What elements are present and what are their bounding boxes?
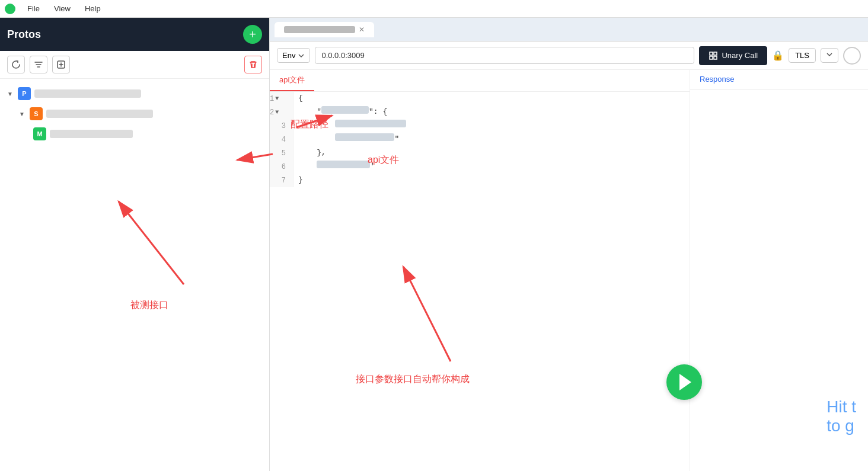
- line-num-4: 4: [270, 133, 293, 146]
- line-content-6: ': [293, 160, 375, 173]
- tls-button[interactable]: TLS: [789, 48, 816, 63]
- line-num-3: 3: [270, 119, 293, 133]
- tree-label-m: [50, 130, 133, 138]
- tab-label: [284, 26, 355, 33]
- tree-item-s[interactable]: ▼ S: [0, 104, 269, 124]
- tag-s: S: [30, 107, 43, 120]
- tag-p: P: [18, 87, 31, 100]
- play-button[interactable]: [666, 364, 702, 400]
- sidebar-header: Protos +: [0, 18, 269, 51]
- line-content-4: ": [293, 133, 399, 146]
- tab-bar: ✕: [270, 18, 868, 41]
- env-label: Env: [282, 51, 295, 60]
- delete-icon: [248, 60, 258, 69]
- tag-m: M: [33, 127, 46, 140]
- code-line-4: 4 ": [270, 133, 690, 146]
- sidebar-tree: ▼ P ▼ S M: [0, 79, 269, 471]
- fold-arrow-2[interactable]: ▼: [275, 106, 279, 119]
- app-logo: [5, 4, 15, 14]
- line-content-2: "": {: [293, 105, 387, 118]
- call-button[interactable]: Unary Call: [699, 46, 767, 65]
- line-num-7: 7: [270, 174, 293, 187]
- refresh-icon: [11, 60, 21, 69]
- menu-file[interactable]: File: [25, 3, 42, 14]
- menu-bar: File View Help: [0, 0, 868, 18]
- toolbar-row: Env Unary Call 🔒 TLS: [270, 41, 868, 70]
- tree-item-m[interactable]: M: [0, 124, 269, 144]
- line-num-5: 5: [270, 146, 293, 160]
- code-editor[interactable]: 1 ▼ { 2 ▼: [270, 92, 690, 471]
- line-content-7: }: [293, 174, 303, 187]
- fold-arrow-1[interactable]: ▼: [275, 92, 279, 105]
- editor-panel: api文件 1 ▼ {: [270, 70, 690, 471]
- delete-button[interactable]: [244, 56, 262, 73]
- tree-toggle-p[interactable]: ▼: [7, 91, 14, 97]
- code-line-3: 3: [270, 119, 690, 133]
- line-content-3: [293, 119, 406, 132]
- line-num-2: 2 ▼: [270, 105, 293, 119]
- sidebar-title: Protos: [7, 28, 41, 41]
- tree-toggle-s[interactable]: ▼: [19, 111, 26, 117]
- refresh-button[interactable]: [7, 56, 25, 73]
- sidebar: Protos +: [0, 18, 270, 471]
- dropdown-button[interactable]: [821, 48, 838, 63]
- line-content-5: },: [293, 146, 326, 159]
- sidebar-toolbar: [0, 51, 269, 79]
- content-area: api文件 1 ▼ {: [270, 70, 868, 471]
- export-icon: [56, 60, 66, 69]
- line-num-1: 1 ▼: [270, 92, 293, 105]
- export-button[interactable]: [52, 56, 70, 73]
- line-num-6: 6: [270, 160, 293, 174]
- chevron-down-icon-2: [826, 51, 833, 58]
- code-line-1: 1 ▼ {: [270, 92, 690, 105]
- code-line-5: 5 },: [270, 146, 690, 160]
- svg-rect-1: [710, 52, 713, 55]
- add-proto-button[interactable]: +: [243, 25, 262, 44]
- hit-text: Hit t to g: [826, 398, 856, 435]
- address-input[interactable]: [315, 47, 694, 64]
- tab-close-button[interactable]: ✕: [359, 25, 365, 34]
- menu-view[interactable]: View: [52, 3, 73, 14]
- response-tabs: Response: [690, 70, 868, 90]
- response-tab[interactable]: Response: [690, 70, 744, 89]
- right-panel: ✕ Env Unary Call 🔒 TLS: [270, 18, 868, 471]
- tree-label-s: [46, 110, 153, 118]
- svg-rect-4: [714, 56, 717, 59]
- code-line-7: 7 }: [270, 174, 690, 187]
- code-line-2: 2 ▼ "": {: [270, 105, 690, 119]
- filter-icon: [34, 60, 43, 69]
- line-content-1: {: [293, 92, 303, 105]
- filter-button[interactable]: [30, 56, 47, 73]
- tree-item-p[interactable]: ▼ P: [0, 84, 269, 104]
- code-line-6: 6 ': [270, 160, 690, 174]
- tree-label-p: [34, 89, 141, 98]
- env-select[interactable]: Env: [277, 48, 310, 63]
- panel-tabs: api文件: [270, 70, 690, 92]
- api-tab[interactable]: api文件: [270, 70, 314, 91]
- svg-rect-3: [710, 56, 713, 59]
- menu-help[interactable]: Help: [82, 3, 103, 14]
- call-button-label: Unary Call: [722, 51, 758, 60]
- svg-rect-2: [714, 52, 717, 55]
- lock-icon: 🔒: [772, 50, 784, 61]
- chevron-down-icon: [298, 52, 305, 59]
- play-icon: [679, 374, 691, 390]
- circle-button[interactable]: [843, 47, 861, 65]
- grid-icon: [709, 51, 718, 60]
- tab-0[interactable]: ✕: [275, 22, 374, 37]
